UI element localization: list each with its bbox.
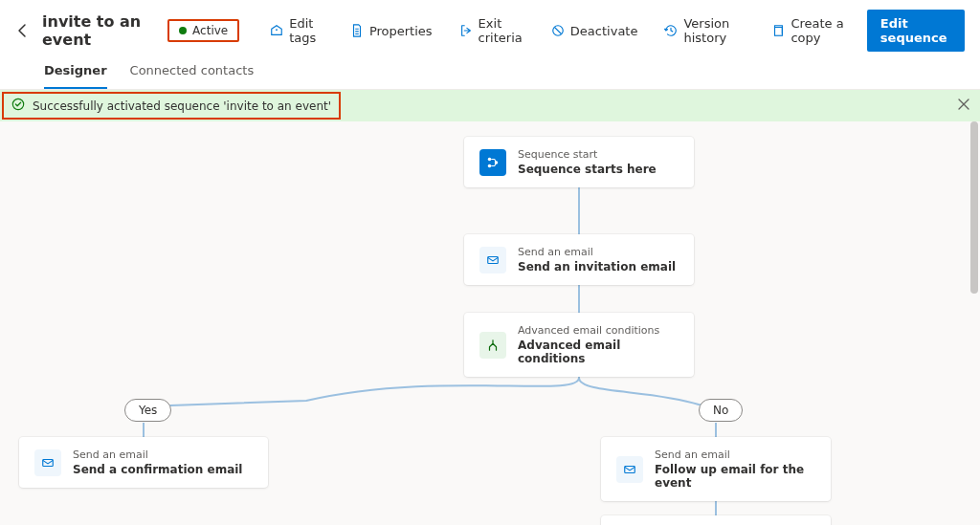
exit-criteria-button[interactable]: Exit criteria xyxy=(452,11,532,51)
deactivate-label: Deactivate xyxy=(570,24,638,38)
banner-text: Successfully activated sequence 'invite … xyxy=(33,99,331,113)
designer-canvas[interactable]: Sequence start Sequence starts here Send… xyxy=(0,121,980,525)
exit-criteria-label: Exit criteria xyxy=(479,16,524,45)
tag-icon xyxy=(270,24,283,37)
copy-icon xyxy=(771,24,785,37)
node-type-label: Send an email xyxy=(655,448,815,461)
node-advanced-conditions-2[interactable]: Advanced email conditions Advanced email… xyxy=(601,515,831,525)
edit-sequence-button[interactable]: Edit sequence xyxy=(867,10,965,52)
edit-tags-label: Edit tags xyxy=(289,16,323,45)
status-dot-icon xyxy=(179,27,187,34)
tab-bar: Designer Connected contacts xyxy=(0,52,980,90)
branch-label-yes: Yes xyxy=(124,399,171,422)
node-sequence-start[interactable]: Sequence start Sequence starts here xyxy=(464,137,694,187)
back-icon[interactable] xyxy=(15,23,31,38)
properties-button[interactable]: Properties xyxy=(343,18,440,44)
node-title-label: Follow up email for the event xyxy=(655,463,815,490)
deactivate-icon xyxy=(551,24,565,37)
edit-sequence-label: Edit sequence xyxy=(880,16,947,45)
svg-point-4 xyxy=(488,157,492,161)
version-history-label: Version history xyxy=(683,16,745,45)
node-type-label: Send an email xyxy=(518,246,676,258)
svg-point-0 xyxy=(276,29,278,31)
scrollbar-thumb[interactable] xyxy=(970,121,978,294)
start-icon xyxy=(479,149,506,176)
properties-label: Properties xyxy=(369,24,433,38)
edit-tags-button[interactable]: Edit tags xyxy=(262,11,331,51)
branch-icon xyxy=(479,332,506,359)
document-icon xyxy=(350,24,364,37)
node-title-label: Send an invitation email xyxy=(518,260,676,273)
svg-rect-7 xyxy=(488,256,499,263)
create-copy-label: Create a copy xyxy=(791,16,847,45)
version-history-button[interactable]: Version history xyxy=(657,11,752,51)
svg-rect-9 xyxy=(625,466,635,472)
node-follow-up-email[interactable]: Send an email Follow up email for the ev… xyxy=(601,437,831,501)
vertical-scrollbar[interactable] xyxy=(970,121,978,525)
exit-icon xyxy=(459,24,473,37)
tab-connected-contacts[interactable]: Connected contacts xyxy=(130,63,255,89)
node-type-label: Advanced email conditions xyxy=(518,324,679,337)
header-bar: invite to an event Active Edit tags Prop… xyxy=(0,0,980,52)
tab-designer-label: Designer xyxy=(44,63,107,77)
branch-yes-text: Yes xyxy=(139,404,157,417)
create-copy-button[interactable]: Create a copy xyxy=(764,11,855,51)
branch-label-no: No xyxy=(699,399,743,422)
svg-rect-2 xyxy=(775,28,783,36)
branch-no-text: No xyxy=(713,404,728,417)
tab-designer[interactable]: Designer xyxy=(44,63,107,89)
status-text: Active xyxy=(192,24,228,37)
tab-connected-label: Connected contacts xyxy=(130,63,255,77)
node-title-label: Send a confirmation email xyxy=(73,463,242,476)
node-type-label: Send an email xyxy=(73,448,242,461)
success-banner: Successfully activated sequence 'invite … xyxy=(0,90,980,121)
node-send-invitation-email[interactable]: Send an email Send an invitation email xyxy=(464,234,694,285)
check-circle-icon xyxy=(11,98,25,114)
node-advanced-conditions-1[interactable]: Advanced email conditions Advanced email… xyxy=(464,313,694,377)
svg-rect-8 xyxy=(43,459,54,466)
status-badge: Active xyxy=(167,19,239,42)
history-icon xyxy=(664,24,678,37)
page-title: invite to an event xyxy=(42,12,152,49)
node-type-label: Sequence start xyxy=(518,148,657,161)
node-title-label: Advanced email conditions xyxy=(518,339,679,365)
email-icon xyxy=(34,449,61,476)
node-send-confirmation-email[interactable]: Send an email Send a confirmation email xyxy=(19,437,268,488)
svg-point-5 xyxy=(488,164,492,167)
email-icon xyxy=(616,456,643,483)
close-icon[interactable] xyxy=(957,98,970,114)
deactivate-button[interactable]: Deactivate xyxy=(544,18,646,44)
email-icon xyxy=(479,247,506,273)
node-title-label: Sequence starts here xyxy=(518,163,657,176)
